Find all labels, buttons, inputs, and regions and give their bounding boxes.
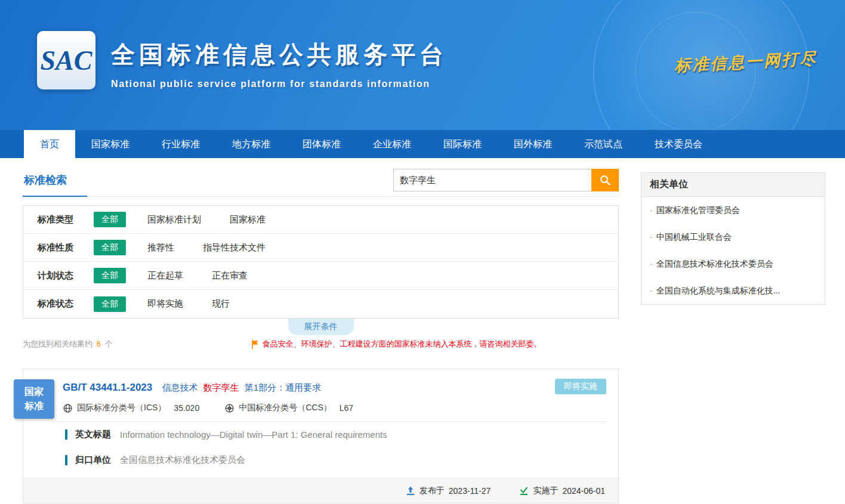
main-nav: 首页 国家标准 行业标准 地方标准 团体标准 企业标准 国际标准 国外标准 示范… (0, 130, 845, 158)
nav-item-international-standards[interactable]: 国际标准 (427, 130, 498, 158)
sac-logo-text: SAC (41, 45, 92, 76)
nav-item-home[interactable]: 首页 (24, 130, 75, 158)
filter-label: 标准性质 (38, 242, 94, 253)
implemented-date-item: 实施于 2024-06-01 (519, 486, 605, 496)
ccs-classification: 中国标准分类号（CCS） L67 (224, 403, 353, 413)
filter-label: 计划状态 (38, 270, 94, 282)
search-input[interactable] (393, 169, 591, 191)
page: SAC 全国标准信息公共服务平台 National public service… (0, 0, 845, 504)
nav-item-foreign-standards[interactable]: 国外标准 (498, 130, 568, 158)
filter-label: 标准类型 (38, 214, 94, 225)
site-subtitle: National public service platform for sta… (111, 79, 448, 89)
filter-option[interactable]: 推荐性 (147, 242, 174, 253)
filter-option[interactable]: 国家标准计划 (147, 214, 201, 225)
filter-option[interactable]: 正在起草 (147, 270, 183, 282)
search-button[interactable] (591, 169, 619, 191)
filter-box: 标准类型 全部 国家标准计划 国家标准 标准性质 全部 推荐性 指导性技术文件 … (23, 205, 619, 319)
bullet-icon: · (650, 286, 653, 295)
compass-icon (224, 403, 235, 413)
ccs-label: 中国标准分类号（CCS） (239, 403, 332, 413)
nav-item-pilot[interactable]: 示范试点 (568, 130, 639, 158)
published-date-item: 发布于 2023-11-27 (406, 486, 491, 496)
site-header: SAC 全国标准信息公共服务平台 National public service… (0, 0, 845, 130)
detail-row-committee: 归口单位 全国信息技术标准化技术委员会 (23, 447, 618, 473)
standard-title-link[interactable]: GB/T 43441.1-2023 信息技术 数字孪生 第1部分：通用要求 (23, 369, 618, 394)
nav-item-technical-committees[interactable]: 技术委员会 (639, 130, 718, 158)
filter-all-button[interactable]: 全部 (94, 240, 126, 255)
nav-item-local-standards[interactable]: 地方标准 (216, 130, 286, 158)
filter-option[interactable]: 即将实施 (147, 298, 183, 310)
implemented-date: 2024-06-01 (562, 486, 605, 496)
notice-text: 食品安全、环境保护、工程建设方面的国家标准未纳入本系统，请咨询相关部委。 (262, 339, 541, 350)
header-slogan: 标准信息一网打尽 (674, 48, 818, 77)
bullet-icon: · (650, 205, 653, 215)
flag-icon (251, 340, 259, 349)
page-title: 标准检索 (23, 173, 87, 197)
standard-title-highlight[interactable]: 数字孪生 (203, 382, 239, 392)
expand-conditions-button[interactable]: 展开条件 (288, 319, 354, 335)
sac-logo: SAC (37, 31, 95, 89)
related-units-title: 相关单位 (642, 173, 825, 197)
standard-card: 国家 标准 即将实施 GB/T 43441.1-2023 信息技术 数字孪生 第… (23, 369, 619, 503)
standard-code[interactable]: GB/T 43441.1-2023 (63, 382, 152, 393)
search-icon (599, 174, 611, 186)
teal-bar-icon (65, 429, 67, 440)
badge-line1: 国家 (24, 385, 44, 399)
sidebar-item-sac[interactable]: ·国家标准化管理委员会 (642, 197, 825, 224)
card-footer: 发布于 2023-11-27 实施于 2024-06-01 (23, 478, 618, 503)
filter-row-standard-type: 标准类型 全部 国家标准计划 国家标准 (23, 206, 618, 234)
result-count-prefix: 为您找到相关结果约 (23, 339, 92, 348)
result-count-number: 6 (97, 339, 101, 348)
search-group (393, 169, 619, 191)
filter-all-button[interactable]: 全部 (94, 296, 126, 312)
detail-row-english-title: 英文标题 Information technology—Digital twin… (23, 422, 618, 447)
filter-row-standard-status: 标准状态 全部 即将实施 现行 (23, 290, 618, 318)
globe-icon (63, 403, 73, 413)
status-badge: 即将实施 (555, 379, 606, 394)
nav-item-enterprise-standards[interactable]: 企业标准 (357, 130, 427, 158)
filter-row-standard-nature: 标准性质 全部 推荐性 指导性技术文件 (23, 234, 618, 262)
ics-value: 35.020 (174, 403, 199, 413)
nav-item-industry-standards[interactable]: 行业标准 (146, 130, 216, 158)
standard-title-part2[interactable]: 第1部分：通用要求 (245, 382, 321, 392)
nav-item-group-standards[interactable]: 团体标准 (286, 130, 357, 158)
ics-label: 国际标准分类号（ICS） (77, 403, 166, 413)
sidebar-item-machinery-federation[interactable]: ·中国机械工业联合会 (642, 224, 825, 251)
implemented-label: 实施于 (533, 486, 558, 496)
result-info-row: 为您找到相关结果约 6 个 食品安全、环境保护、工程建设方面的国家标准未纳入本系… (23, 339, 619, 350)
expand-row: 展开条件 (23, 319, 619, 335)
nav-item-national-standards[interactable]: 国家标准 (75, 130, 146, 158)
result-count: 为您找到相关结果约 6 个 (23, 339, 112, 350)
detail-value: 全国信息技术标准化技术委员会 (120, 454, 245, 466)
filter-label: 标准状态 (38, 298, 94, 310)
filter-option[interactable]: 现行 (212, 298, 230, 310)
related-units-panel: 相关单位 ·国家标准化管理委员会 ·中国机械工业联合会 ·全国信息技术标准化技术… (641, 172, 825, 305)
classification-row: 国际标准分类号（ICS） 35.020 中国标准分类号（CC (23, 394, 618, 421)
bullet-icon: · (650, 232, 653, 242)
ccs-value: L67 (340, 403, 353, 413)
badge-line2: 标准 (24, 399, 44, 413)
detail-label: 归口单位 (75, 454, 111, 466)
published-label: 发布于 (420, 486, 445, 496)
filter-option[interactable]: 指导性技术文件 (203, 242, 266, 253)
filter-option[interactable]: 正在审查 (212, 270, 248, 282)
standard-title-part1[interactable]: 信息技术 (162, 382, 198, 392)
publish-icon (406, 486, 415, 496)
filter-all-button[interactable]: 全部 (94, 212, 126, 227)
left-column: 标准检索 标准类型 (23, 158, 619, 503)
published-date: 2023-11-27 (449, 486, 491, 496)
site-title: 全国标准信息公共服务平台 (111, 38, 448, 71)
filter-all-button[interactable]: 全部 (94, 268, 126, 283)
main-content: 标准检索 标准类型 (0, 158, 845, 504)
filter-option[interactable]: 国家标准 (230, 214, 266, 225)
sidebar-item-automation-committee[interactable]: ·全国自动化系统与集成标准化技... (642, 277, 825, 304)
bullet-icon: · (650, 259, 653, 268)
notice: 食品安全、环境保护、工程建设方面的国家标准未纳入本系统，请咨询相关部委。 (251, 339, 541, 350)
search-section-bar: 标准检索 (23, 169, 619, 197)
site-title-block: 全国标准信息公共服务平台 National public service pla… (111, 38, 448, 89)
detail-label: 英文标题 (75, 429, 111, 440)
sidebar-item-it-standards-committee[interactable]: ·全国信息技术标准化技术委员会 (642, 251, 825, 277)
standard-type-badge: 国家 标准 (14, 379, 54, 419)
ics-classification: 国际标准分类号（ICS） 35.020 (63, 403, 199, 413)
detail-value: Information technology—Digital twin—Part… (120, 429, 387, 440)
